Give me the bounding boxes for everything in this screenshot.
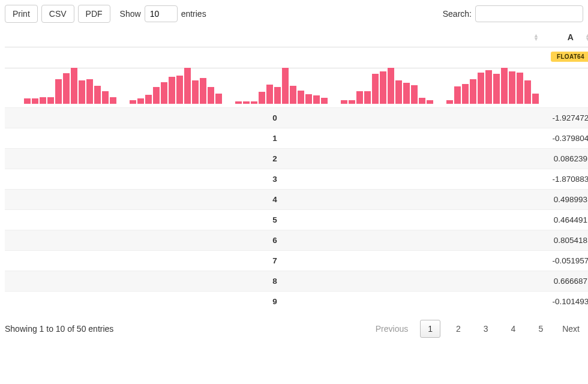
column-header-index[interactable]: ▲▼ [5, 28, 545, 47]
data-table: ▲▼A▲▼B▲▼C▲▼D▲▼E▲▼ FLOAT64FLOAT64FLOAT64F… [5, 28, 588, 311]
histogram-bar [79, 80, 85, 104]
row-index: 1 [5, 128, 545, 149]
histogram-bar [313, 95, 320, 104]
pager-next[interactable]: Next [559, 322, 583, 336]
histogram-bar [478, 73, 484, 104]
cell: -1.870883 [545, 169, 588, 190]
histogram-bar [71, 68, 77, 104]
pdf-button[interactable]: PDF [78, 5, 110, 23]
histogram-bar [94, 86, 101, 104]
histogram-bar [341, 100, 347, 104]
histogram-bar [47, 97, 54, 104]
row-index: 3 [5, 169, 545, 190]
histogram-bar [290, 86, 296, 104]
pager-previous[interactable]: Previous [372, 322, 412, 336]
pager-page-1[interactable]: 1 [420, 320, 440, 338]
table-row: 50.464491-0.279040-1.783963-0.105274-0.6… [5, 210, 588, 230]
entries-label: entries [181, 9, 206, 19]
search-input[interactable] [475, 5, 583, 22]
histogram-d [341, 65, 433, 104]
histogram-bar [102, 91, 109, 104]
column-header-a[interactable]: A▲▼ [545, 28, 588, 47]
histogram-e [446, 65, 539, 104]
histogram-bar [63, 73, 70, 104]
histogram-bar [55, 79, 62, 104]
histogram-bar [493, 74, 500, 104]
histogram-bar [298, 91, 304, 104]
show-label: Show [120, 9, 141, 19]
row-index: 6 [5, 230, 545, 251]
print-button[interactable]: Print [5, 5, 38, 23]
histogram-bar [411, 85, 418, 104]
histogram-bar [24, 98, 31, 104]
histogram-bar [169, 77, 175, 104]
cell: 0.666687 [545, 271, 588, 292]
histogram-bar [517, 73, 523, 104]
histogram-bar [380, 71, 386, 104]
table-row: 60.805418-0.0269040.168411-0.0389130.032… [5, 230, 588, 251]
histogram-bar [274, 87, 281, 104]
histogram-bar [200, 78, 206, 104]
histogram-bar [532, 94, 539, 104]
pager-page-3[interactable]: 3 [476, 320, 496, 337]
histogram-bar [153, 87, 160, 104]
cell: -0.379804 [545, 128, 588, 149]
histogram-bar [501, 68, 508, 104]
cell: -1.927472 [545, 108, 588, 128]
cell: -0.101493 [545, 292, 588, 312]
row-index: 0 [5, 108, 545, 128]
histogram-bar [282, 68, 289, 104]
page-length-input[interactable] [145, 5, 178, 22]
histogram-bar [470, 79, 476, 104]
histogram-bar [259, 92, 265, 104]
histogram-b [130, 65, 222, 104]
histogram-bar [524, 80, 531, 104]
histogram-bar [395, 80, 402, 104]
search-label: Search: [443, 9, 472, 19]
histogram-bar [86, 79, 93, 104]
cell: 0.498993 [545, 190, 588, 210]
histogram-bar [130, 100, 136, 104]
histogram-a [24, 65, 116, 104]
histogram-bar [419, 98, 425, 104]
cell: -0.051957 [545, 251, 588, 271]
histogram-bar [372, 74, 379, 104]
histogram-bar [356, 91, 363, 104]
cell: 0.086239 [545, 149, 588, 169]
pager-page-2[interactable]: 2 [449, 320, 468, 337]
histogram-bar [192, 80, 199, 104]
histogram-bar [462, 84, 469, 104]
table-row: 80.6666870.484633-0.612099-0.249703-0.49… [5, 271, 588, 292]
histogram-c [235, 65, 328, 104]
histogram-bar [161, 82, 167, 104]
histogram-bar [427, 100, 433, 104]
row-index: 8 [5, 271, 545, 292]
histogram-bar [176, 76, 183, 104]
row-index: 7 [5, 251, 545, 271]
csv-button[interactable]: CSV [41, 5, 74, 23]
histogram-bar [454, 86, 461, 104]
table-row: 3-1.870883-1.1834830.9505571.5064390.065… [5, 169, 588, 190]
cell: 0.464491 [545, 210, 588, 230]
table-info: Showing 1 to 10 of 50 entries [5, 324, 113, 334]
column-header-label: A [568, 32, 574, 42]
table-row: 20.0862391.4084800.423698-0.7892481.0312… [5, 149, 588, 169]
row-index: 9 [5, 292, 545, 312]
sort-icon: ▲▼ [533, 34, 539, 41]
histogram-bar [137, 98, 144, 104]
pager-page-5[interactable]: 5 [531, 320, 550, 337]
row-index: 5 [5, 210, 545, 230]
histogram-bar [184, 68, 191, 104]
histogram-bar [110, 97, 116, 104]
table-row: 0-1.927472-0.565811-0.1947320.5862561.26… [5, 108, 588, 128]
pager-page-4[interactable]: 4 [504, 320, 523, 337]
histogram-bar [403, 83, 410, 104]
histogram-bar [32, 98, 38, 104]
histogram-bar [235, 101, 242, 104]
histogram-bar [446, 100, 453, 104]
histogram-bar [364, 91, 371, 104]
histogram-bar [215, 94, 222, 104]
histogram-bar [305, 94, 312, 104]
histogram-bar [485, 70, 492, 104]
table-row: 7-0.0519570.912340-0.8059520.491427-0.93… [5, 251, 588, 271]
